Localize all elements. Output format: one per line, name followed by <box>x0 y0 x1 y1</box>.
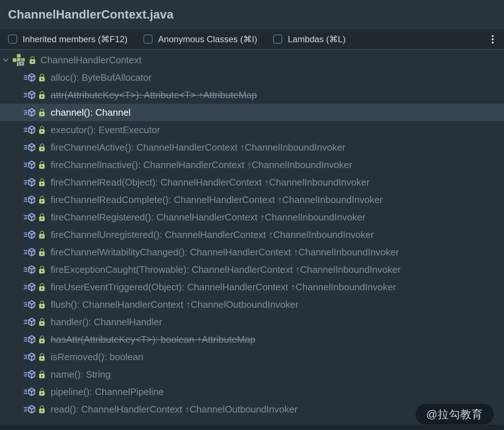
lock-icon <box>29 56 36 64</box>
method-cube-icon <box>23 265 36 274</box>
filter-inherited-members[interactable]: Inherited members (⌘F12) <box>8 34 127 44</box>
checkbox-icon[interactable] <box>143 35 153 44</box>
member-label: fireChannelRead(Object): ChannelHandlerC… <box>51 177 370 188</box>
method-cube-icon <box>23 318 36 326</box>
member-label: name(): String <box>51 369 111 380</box>
tree-member-row[interactable]: attr(AttributeKey<T>): Attribute<T> ↑Att… <box>0 86 504 104</box>
method-cube-icon <box>23 387 36 396</box>
method-cube-icon <box>23 370 36 379</box>
lock-icon <box>39 405 45 414</box>
lock-icon <box>39 318 45 326</box>
method-cube-icon <box>23 126 36 134</box>
method-cube-icon <box>23 248 36 256</box>
lock-icon <box>39 248 45 256</box>
lock-icon <box>39 387 45 396</box>
lock-icon <box>39 213 45 222</box>
tree-member-row[interactable]: fireChannelReadComplete(): ChannelHandle… <box>0 191 504 208</box>
method-cube-icon <box>23 283 36 291</box>
member-label: fireExceptionCaught(Throwable): ChannelH… <box>51 264 401 275</box>
tree-member-row[interactable]: pipeline(): ChannelPipeline <box>0 383 504 401</box>
method-cube-icon <box>23 160 36 169</box>
tree-member-row[interactable]: hasAttr(AttributeKey<T>): boolean ↑Attri… <box>0 331 504 348</box>
method-cube-icon <box>23 91 36 99</box>
file-structure-popup: ChannelHandlerContext.java Inherited mem… <box>0 0 504 430</box>
method-cube-icon <box>23 143 36 152</box>
filter-label: Lambdas (⌘L) <box>288 34 346 44</box>
lock-icon <box>39 335 45 344</box>
tree-member-row[interactable]: fireChannelRegistered(): ChannelHandlerC… <box>0 208 504 226</box>
title-bar: ChannelHandlerContext.java <box>0 0 504 29</box>
tree-member-row[interactable]: flush(): ChannelHandlerContext ↑ChannelO… <box>0 296 504 313</box>
member-label: fireChannelWritabilityChanged(): Channel… <box>51 247 399 258</box>
member-label: fireChannelInactive(): ChannelHandlerCon… <box>51 159 352 171</box>
checkbox-icon[interactable] <box>273 35 282 44</box>
tree-member-row[interactable]: fireExceptionCaught(Throwable): ChannelH… <box>0 261 504 278</box>
member-label: fireChannelReadComplete(): ChannelHandle… <box>51 194 383 206</box>
tree-member-row[interactable]: fireChannelWritabilityChanged(): Channel… <box>0 243 504 261</box>
chevron-down-icon[interactable] <box>1 56 10 64</box>
filter-anonymous-classes[interactable]: Anonymous Classes (⌘I) <box>143 34 257 44</box>
page-title: ChannelHandlerContext.java <box>8 8 173 21</box>
method-cube-icon <box>23 108 36 117</box>
lock-icon <box>39 160 45 169</box>
lock-icon <box>39 353 45 361</box>
member-label: hasAttr(AttributeKey<T>): boolean ↑Attri… <box>51 334 255 345</box>
member-label: read(): ChannelHandlerContext ↑ChannelOu… <box>51 404 298 415</box>
method-cube-icon <box>23 300 36 309</box>
tree-member-row[interactable]: fireChannelRead(Object): ChannelHandlerC… <box>0 174 504 191</box>
lock-icon <box>39 143 45 152</box>
lock-icon <box>39 230 45 239</box>
kebab-menu-button[interactable] <box>487 32 499 47</box>
member-label: fireChannelActive(): ChannelHandlerConte… <box>51 142 345 153</box>
kebab-menu-icon <box>491 35 494 44</box>
class-name-label: ChannelHandlerContext <box>40 55 142 66</box>
member-label: fireChannelRegistered(): ChannelHandlerC… <box>51 212 365 223</box>
member-label: fireUserEventTriggered(Object): ChannelH… <box>51 282 396 293</box>
member-label: isRemoved(): boolean <box>51 351 143 363</box>
method-cube-icon <box>23 405 36 414</box>
member-label: executor(): EventExecutor <box>51 124 160 136</box>
filter-label: Anonymous Classes (⌘I) <box>158 34 257 44</box>
tree-member-row[interactable]: name(): String <box>0 366 504 383</box>
filter-label: Inherited members (⌘F12) <box>23 34 127 44</box>
lock-icon <box>39 108 45 117</box>
tree-member-row[interactable]: fireChannelInactive(): ChannelHandlerCon… <box>0 156 504 174</box>
tree-member-row[interactable]: isRemoved(): boolean <box>0 348 504 366</box>
member-label: channel(): Channel <box>51 107 131 118</box>
member-label: handler(): ChannelHandler <box>51 316 162 328</box>
method-cube-icon <box>23 213 36 222</box>
tree-member-row[interactable]: fireUserEventTriggered(Object): ChannelH… <box>0 278 504 296</box>
lock-icon <box>39 91 45 99</box>
lock-icon <box>39 126 45 134</box>
tree-member-row[interactable]: channel(): Channel <box>0 104 504 121</box>
member-list: ChannelHandlerContext alloc(): ByteBufAl… <box>0 50 504 430</box>
member-label: pipeline(): ChannelPipeline <box>51 386 164 398</box>
lock-icon <box>39 195 45 204</box>
method-cube-icon <box>23 230 36 239</box>
tree-member-row[interactable]: fireChannelActive(): ChannelHandlerConte… <box>0 139 504 156</box>
tree-member-row[interactable]: fireChannelUnregistered(): ChannelHandle… <box>0 226 504 243</box>
lock-icon <box>39 73 45 82</box>
tree-member-row[interactable]: handler(): ChannelHandler <box>0 313 504 331</box>
filter-lambdas[interactable]: Lambdas (⌘L) <box>273 34 346 44</box>
lock-icon <box>39 300 45 309</box>
lock-icon <box>39 265 45 274</box>
method-cube-icon <box>23 195 36 204</box>
member-label: fireChannelUnregistered(): ChannelHandle… <box>51 229 374 240</box>
popup-bottom-edge <box>0 425 504 430</box>
tree-member-row[interactable]: alloc(): ByteBufAllocator <box>0 69 504 86</box>
lock-icon <box>39 283 45 291</box>
interface-icon <box>12 53 26 67</box>
method-cube-icon <box>23 335 36 344</box>
method-cube-icon <box>23 353 36 361</box>
lock-icon <box>39 178 45 187</box>
tree-root-row[interactable]: ChannelHandlerContext <box>0 51 504 69</box>
lock-icon <box>39 370 45 379</box>
method-cube-icon <box>23 178 36 187</box>
checkbox-icon[interactable] <box>8 35 17 44</box>
watermark: @拉勾教育 <box>416 404 494 425</box>
member-label: alloc(): ByteBufAllocator <box>51 72 151 83</box>
member-label: attr(AttributeKey<T>): Attribute<T> ↑Att… <box>51 89 257 101</box>
tree-member-row[interactable]: executor(): EventExecutor <box>0 121 504 139</box>
member-label: flush(): ChannelHandlerContext ↑ChannelO… <box>51 299 299 310</box>
